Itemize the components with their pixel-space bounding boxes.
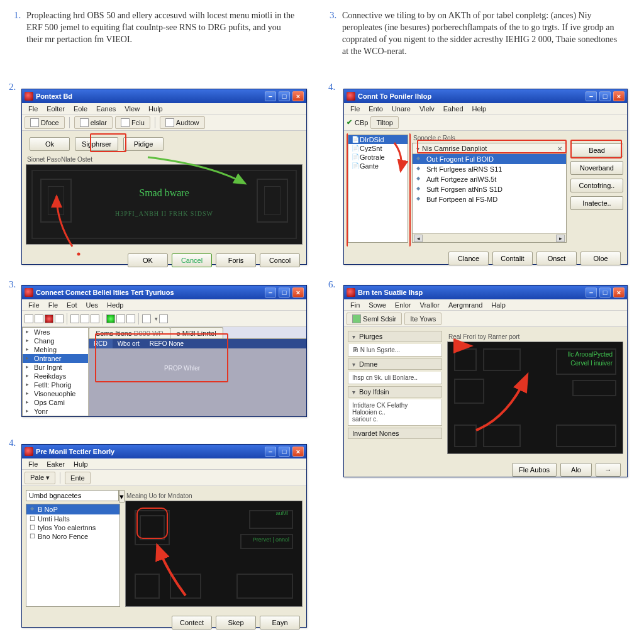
list-item[interactable]: Umti Halts: [26, 514, 119, 523]
list-item[interactable]: B NoP: [26, 504, 119, 514]
menu-unare[interactable]: Unare: [388, 104, 414, 113]
tree-item[interactable]: Mehing: [23, 345, 88, 354]
menu-file[interactable]: Fle: [25, 104, 42, 113]
zoom-dropdown[interactable]: ▾: [155, 316, 158, 322]
oloe-button[interactable]: Oloe: [580, 252, 621, 265]
footer-ok-button[interactable]: OK: [128, 253, 168, 267]
footer-concol-button[interactable]: Concol: [260, 253, 300, 267]
menu-ues[interactable]: Ues: [82, 301, 103, 309]
acc-boy[interactable]: ▾Boy lfdsin: [348, 386, 442, 397]
dropdown-input[interactable]: [26, 490, 119, 501]
menu-help[interactable]: Help: [469, 104, 491, 113]
left-tree[interactable]: DIrDSid CyzSnt Grotrale Gante: [348, 135, 408, 243]
options-listbox[interactable]: B NoP Umti Halts tylos Yoo ealertnns Bno…: [26, 504, 120, 607]
tool-icon[interactable]: [35, 314, 43, 323]
list-item[interactable]: tylos Yoo ealertnns: [26, 523, 119, 532]
menu-fle[interactable]: Fle: [45, 301, 62, 309]
menu-fin[interactable]: Fin: [347, 301, 364, 309]
maximize-button[interactable]: □: [279, 447, 290, 457]
close-button[interactable]: ×: [292, 447, 304, 457]
tool-tiltop[interactable]: Tiltop: [370, 116, 399, 129]
menu-editor[interactable]: Enlor: [391, 301, 415, 309]
menubar[interactable]: File Fle Eot Ues Hedp: [22, 299, 306, 311]
tree-item[interactable]: Grotrale: [348, 153, 408, 162]
tree-item[interactable]: Wres: [23, 328, 88, 336]
tree-item[interactable]: Mnia: [23, 416, 88, 416]
titlebar[interactable]: Brn ten Suatlie Ihsp – □ ×: [344, 286, 627, 299]
footer-foris-button[interactable]: Foris: [216, 253, 256, 267]
tab-sems[interactable]: Sems Itiens D000 WP: [89, 327, 170, 338]
menu-maker[interactable]: Eaker: [43, 460, 69, 469]
menu-editor[interactable]: Eolter: [43, 104, 69, 113]
menubar[interactable]: Fin Sowe Enlor Vrallor Aergmrand Halp: [344, 299, 627, 311]
menu-eot[interactable]: Eot: [63, 301, 81, 309]
tree-item[interactable]: Bur Ingnt: [23, 363, 88, 372]
scroll-left-icon[interactable]: ◂: [414, 235, 423, 242]
tool-audiow[interactable]: Audtow: [160, 116, 205, 129]
menu-eanes[interactable]: Eanes: [92, 104, 119, 113]
menu-file[interactable]: Fle: [347, 104, 364, 113]
toolbar[interactable]: ▾: [22, 311, 306, 327]
tool-seml[interactable]: Seml Sdsir: [347, 313, 402, 325]
tree-item[interactable]: Reeikdays: [23, 372, 88, 380]
tree-item[interactable]: Gante: [348, 162, 408, 170]
list-item[interactable]: Bno Noro Fence: [26, 532, 119, 541]
eayn-button[interactable]: Eayn: [260, 616, 300, 630]
menu-view[interactable]: Vlelv: [416, 104, 438, 113]
footer-cancel-button[interactable]: Cancel: [172, 253, 212, 267]
tool-icon[interactable]: [142, 314, 151, 323]
next-button[interactable]: →: [596, 463, 621, 477]
tool-icon[interactable]: [70, 314, 79, 323]
list-item[interactable]: Buf Fortpeen al FS-MD: [413, 194, 566, 204]
close-button[interactable]: ×: [613, 287, 625, 297]
maximize-button[interactable]: □: [599, 287, 611, 297]
minimize-button[interactable]: –: [265, 91, 276, 101]
menu-view[interactable]: Vlew: [121, 104, 143, 113]
close-button[interactable]: ×: [292, 91, 304, 101]
tool-icon[interactable]: [126, 314, 135, 323]
menu-view[interactable]: Vrallor: [416, 301, 443, 309]
list-item[interactable]: Suft Forgsen atNnS S1D: [413, 184, 566, 194]
close-button[interactable]: ×: [292, 287, 304, 297]
menu-eole[interactable]: Eole: [70, 104, 91, 113]
minimize-button[interactable]: –: [586, 91, 597, 101]
dropdown-toggle[interactable]: ▾: [119, 490, 125, 502]
toolbar[interactable]: Pale ▾ Ente: [22, 470, 306, 486]
tool-elslar[interactable]: elslar: [74, 116, 113, 129]
ok-button[interactable]: Ok: [30, 137, 70, 151]
contoring-button[interactable]: Contofring..: [570, 179, 623, 192]
minimize-button[interactable]: –: [265, 447, 276, 457]
acc-dmne[interactable]: ▾Dmne: [348, 358, 442, 370]
menu-file[interactable]: File: [25, 301, 43, 309]
menu-sowe[interactable]: Sowe: [365, 301, 390, 309]
rules-listbox[interactable]: ▾Nis Camrise Danpliot ✕ Out Frogont Ful …: [412, 143, 567, 243]
list-item[interactable]: Out Frogont Ful BOID: [413, 154, 566, 164]
scrollbar[interactable]: ◂ ▸: [413, 233, 566, 242]
tool-cbp[interactable]: CBp: [355, 119, 368, 126]
menu-eahed[interactable]: Eahed: [440, 104, 467, 113]
tree-item[interactable]: DIrDSid: [348, 135, 408, 144]
chevron-down-icon[interactable]: ▾: [416, 145, 419, 152]
tree-item[interactable]: CyzSnt: [348, 144, 408, 153]
contalit-button[interactable]: Contalit: [492, 252, 533, 265]
acc-boy-body[interactable]: Intidtare CK Felathy Halooien c.. sariou…: [348, 399, 442, 426]
tree-item[interactable]: Ontraner: [23, 354, 88, 363]
tool-icon[interactable]: [25, 314, 33, 323]
skep-button[interactable]: Skep: [216, 616, 256, 630]
pdige-button[interactable]: Pidige: [123, 137, 164, 151]
menu-help[interactable]: Hulp: [70, 460, 92, 469]
close-header-icon[interactable]: ✕: [557, 145, 562, 152]
tab-mi3[interactable]: e MI3l Linrtel: [170, 327, 223, 338]
acc-invardet[interactable]: Invardet Nones: [348, 428, 442, 439]
maximize-button[interactable]: □: [279, 287, 290, 297]
minimize-button[interactable]: –: [265, 287, 276, 297]
nav-tree[interactable]: Wres Chang Mehing Ontraner Bur Ingnt Ree…: [22, 327, 89, 416]
menu-help[interactable]: Hedp: [103, 301, 127, 309]
acc-dmne-body[interactable]: Ihsp cn 9k. uli Bonlare..: [348, 372, 442, 384]
menu-help[interactable]: Halp: [487, 301, 509, 309]
tool-icon[interactable]: [80, 314, 89, 323]
toolbar[interactable]: ✔ CBp Tiltop: [344, 114, 627, 131]
col-wboort[interactable]: Wbo ort: [113, 339, 145, 348]
scroll-right-icon[interactable]: ▸: [556, 235, 565, 242]
main-canvas[interactable]: Sems Itiens D000 WP e MI3l Linrtel RCD W…: [89, 327, 306, 416]
